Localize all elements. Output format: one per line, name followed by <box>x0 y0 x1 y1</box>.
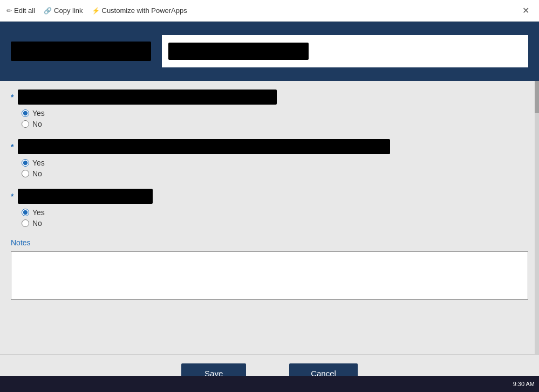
customize-label: Customize with PowerApps <box>102 6 187 15</box>
required-star-3: * <box>11 192 13 201</box>
header-band <box>0 22 539 81</box>
radio-yes-input-1[interactable] <box>22 109 29 117</box>
form-group-1: * Yes No <box>11 90 528 128</box>
radio-no-input-1[interactable] <box>22 120 29 128</box>
required-star-1: * <box>11 93 13 101</box>
yes-label-2: Yes <box>32 159 45 167</box>
radio-yes-input-2[interactable] <box>22 159 29 167</box>
scrollbar-track[interactable] <box>535 81 539 354</box>
form-label-row-3: * <box>11 189 528 204</box>
header-logo-box <box>11 42 151 61</box>
radio-no-input-2[interactable] <box>22 170 29 177</box>
radio-no-2[interactable]: No <box>22 169 528 178</box>
edit-icon: ✏ <box>6 7 12 15</box>
field-label-1 <box>18 90 277 105</box>
field-label-2 <box>18 139 390 154</box>
radio-yes-1[interactable]: Yes <box>22 109 528 118</box>
notes-group: Notes <box>11 238 528 301</box>
header-title-area <box>162 35 528 67</box>
taskbar: 9:30 AM <box>0 376 539 392</box>
notes-textarea[interactable] <box>11 251 528 300</box>
edit-all-button[interactable]: ✏ Edit all <box>6 6 35 15</box>
radio-no-3[interactable]: No <box>22 219 528 228</box>
no-label-1: No <box>32 120 42 128</box>
customize-button[interactable]: ⚡ Customize with PowerApps <box>92 6 187 15</box>
form-group-2: * Yes No <box>11 139 528 178</box>
radio-group-2: Yes No <box>22 159 528 178</box>
header-title-box <box>168 43 309 60</box>
field-label-3 <box>18 189 153 204</box>
notes-label: Notes <box>11 238 528 247</box>
scrollbar-thumb[interactable] <box>535 81 539 113</box>
close-button[interactable]: ✕ <box>519 4 533 17</box>
radio-yes-2[interactable]: Yes <box>22 159 528 167</box>
copy-link-label: Copy link <box>54 6 83 15</box>
radio-no-1[interactable]: No <box>22 120 528 128</box>
radio-group-3: Yes No <box>22 208 528 228</box>
taskbar-time: 9:30 AM <box>513 381 535 387</box>
radio-group-1: Yes No <box>22 109 528 128</box>
radio-yes-3[interactable]: Yes <box>22 208 528 217</box>
copy-link-button[interactable]: 🔗 Copy link <box>44 6 83 15</box>
link-icon: 🔗 <box>44 7 52 15</box>
yes-label-3: Yes <box>32 208 45 217</box>
no-label-3: No <box>32 219 42 228</box>
radio-no-input-3[interactable] <box>22 219 29 227</box>
power-icon: ⚡ <box>92 7 100 15</box>
form-label-row-1: * <box>11 90 528 105</box>
edit-all-label: Edit all <box>14 6 35 15</box>
no-label-2: No <box>32 169 42 178</box>
yes-label-1: Yes <box>32 109 45 118</box>
form-group-3: * Yes No <box>11 189 528 228</box>
form-label-row-2: * <box>11 139 528 154</box>
toolbar: ✏ Edit all 🔗 Copy link ⚡ Customize with … <box>0 0 539 22</box>
form-area: * Yes No * Yes No <box>0 81 539 354</box>
radio-yes-input-3[interactable] <box>22 209 29 216</box>
header-logo-area <box>11 42 151 61</box>
required-star-2: * <box>11 142 13 151</box>
